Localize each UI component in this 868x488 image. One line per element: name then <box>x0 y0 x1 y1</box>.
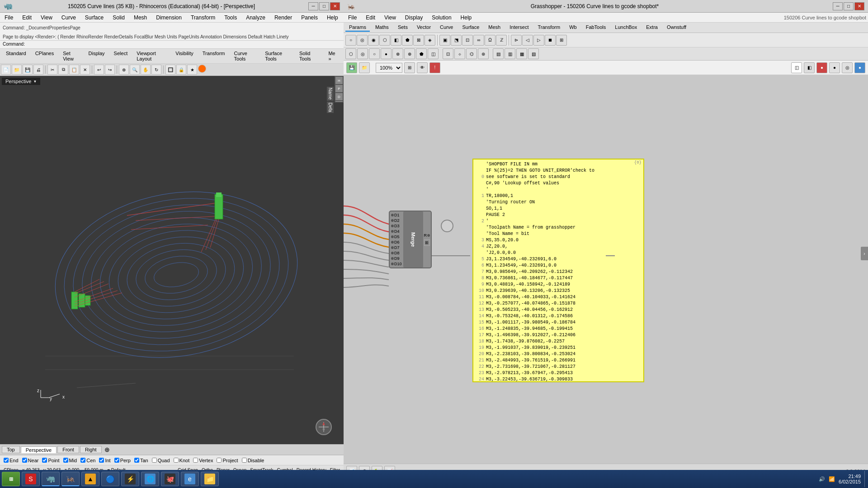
snap-mid[interactable]: Mid <box>63 458 77 463</box>
taskbar-clock[interactable]: 21:49 6/02/2015 <box>839 474 861 484</box>
rhino-close-btn[interactable]: ✕ <box>330 2 340 10</box>
gh-geo-btn-7[interactable]: ⊠ <box>413 35 424 46</box>
tab-standard[interactable]: Standard <box>2 49 30 63</box>
rhino-viewport[interactable]: Perspective ▼ H P D Name Defa <box>0 76 344 444</box>
tab-transform[interactable]: Transform <box>198 49 229 63</box>
vp-zoom-out[interactable]: P <box>335 85 343 92</box>
snap-perp[interactable]: Perp <box>114 458 131 463</box>
gh-zoom-fit-btn[interactable]: ⊞ <box>404 62 415 73</box>
snap-vertex[interactable]: Vertex <box>193 458 213 463</box>
vp-tab-front[interactable]: Front <box>57 446 79 453</box>
gh-text-panel[interactable]: {0} 'SHOPBOT FILE IN mmIF %(25)=2 THEN G… <box>472 159 644 382</box>
menu-mesh[interactable]: Mesh <box>131 14 150 22</box>
gh-btn-row2-6[interactable]: ⊕ <box>404 48 415 59</box>
lock-btn[interactable]: 🔒 <box>176 65 186 75</box>
gh-menu-solution[interactable]: Solution <box>429 14 454 22</box>
gh-extra-btn-5[interactable]: ⊞ <box>556 35 567 46</box>
gh-canvas[interactable]: D1 D2 D3 D4 <box>344 75 868 464</box>
gh-prim-btn-4[interactable]: ∞ <box>473 35 484 46</box>
gh-prim-btn-2[interactable]: ⬔ <box>451 35 462 46</box>
gh-tab-params[interactable]: Params <box>345 23 370 32</box>
gh-geo-btn-1[interactable]: ○ <box>345 35 356 46</box>
gh-canvas-right-btn-4[interactable]: ● <box>829 62 840 73</box>
taskbar-app-grasshopper[interactable]: 🦗 <box>61 472 80 486</box>
snap-perp-check[interactable] <box>114 458 119 463</box>
menu-analyze[interactable]: Analyze <box>243 14 268 22</box>
gh-prim-btn-1[interactable]: ▣ <box>439 35 450 46</box>
snap-knot-check[interactable] <box>174 458 179 463</box>
save-btn[interactable]: 💾 <box>23 65 33 75</box>
gh-geo-btn-4[interactable]: ⬡ <box>379 35 390 46</box>
gh-menu-file[interactable]: File <box>345 14 359 22</box>
gh-tab-wb[interactable]: Wb <box>566 23 580 32</box>
vp-zoom-in[interactable]: H <box>335 77 343 84</box>
menu-solid[interactable]: Solid <box>110 14 127 22</box>
rhino-minimize-btn[interactable]: ─ <box>308 2 318 10</box>
gh-tab-lunchbox[interactable]: LunchBox <box>611 23 641 32</box>
vp-display-mode[interactable]: D <box>335 93 343 100</box>
gh-btn-row2-8[interactable]: ◫ <box>428 48 439 59</box>
tab-visibility[interactable]: Visibility <box>171 49 198 63</box>
snap-point[interactable]: Point <box>42 458 59 463</box>
zoom-window-btn[interactable]: 🔍 <box>130 65 140 75</box>
snap-disable-check[interactable] <box>242 458 247 463</box>
tab-solid-tools[interactable]: Solid Tools <box>295 49 324 63</box>
taskbar-app-sw[interactable]: S <box>22 472 40 486</box>
rhino-maximize-btn[interactable]: □ <box>319 2 329 10</box>
gh-menu-view[interactable]: View <box>382 14 399 22</box>
taskbar-show-desktop[interactable] <box>864 471 866 487</box>
gh-minimize-btn[interactable]: ─ <box>833 2 843 10</box>
gh-btn-row2-12[interactable]: ⊛ <box>478 48 489 59</box>
menu-curve[interactable]: Curve <box>59 14 79 22</box>
command-prompt[interactable]: Command: <box>0 41 344 49</box>
snap-mid-check[interactable] <box>63 458 68 463</box>
gh-menu-edit[interactable]: Edit <box>363 14 378 22</box>
tab-viewport-layout[interactable]: Viewport Layout <box>132 49 170 63</box>
gh-canvas-right-btn-5[interactable]: ◎ <box>842 62 853 73</box>
gh-geo-btn-2[interactable]: ◎ <box>357 35 368 46</box>
vp-tab-top[interactable]: Top <box>2 446 20 453</box>
taskbar-app-ie[interactable]: e <box>181 472 199 486</box>
vp-tab-add[interactable]: ⊕ <box>103 446 112 453</box>
tab-more[interactable]: Me » <box>324 49 342 63</box>
rotate-btn[interactable]: ↻ <box>151 65 161 75</box>
gh-btn-row2-5[interactable]: ⊗ <box>392 48 403 59</box>
gh-close-btn[interactable]: ✕ <box>854 2 864 10</box>
taskbar-app-5[interactable]: ⚡ <box>121 472 139 486</box>
gh-maximize-btn[interactable]: □ <box>844 2 854 10</box>
snap-end-check[interactable] <box>4 458 9 463</box>
snap-int[interactable]: Int <box>99 458 110 463</box>
print-btn[interactable]: 🖨 <box>33 65 43 75</box>
menu-transform[interactable]: Transform <box>188 14 218 22</box>
tab-curve-tools[interactable]: Curve Tools <box>230 49 260 63</box>
snap-tan[interactable]: Tan <box>134 458 148 463</box>
open-btn[interactable]: 📁 <box>12 65 22 75</box>
gh-geo-btn-5[interactable]: ◧ <box>391 35 401 46</box>
gh-extra-btn-1[interactable]: ⊳ <box>511 35 522 46</box>
gh-tab-sets[interactable]: Sets <box>394 23 411 32</box>
gh-view-btn[interactable]: 👁 <box>417 62 428 73</box>
gh-tab-fabtools[interactable]: FabTools <box>582 23 610 32</box>
snap-project-check[interactable] <box>217 458 222 463</box>
gh-btn-row2-1[interactable]: ⬡ <box>345 48 356 59</box>
redo-btn[interactable]: ↪ <box>105 65 115 75</box>
gh-btn-row2-2[interactable]: ◎ <box>357 48 368 59</box>
snap-project[interactable]: Project <box>217 458 238 463</box>
tab-surface-tools[interactable]: Surface Tools <box>261 49 294 63</box>
gh-zoom-select[interactable]: 100% 75% 50% 150% <box>376 63 402 73</box>
taskbar-network-icon[interactable]: 📶 <box>829 476 835 482</box>
taskbar-app-rhino[interactable]: 🦏 <box>42 472 60 486</box>
taskbar-app-chrome[interactable]: 🔵 <box>101 472 119 486</box>
gh-tab-vector[interactable]: Vector <box>413 23 434 32</box>
gh-tab-transform[interactable]: Transform <box>534 23 564 32</box>
material-btn[interactable] <box>198 65 206 73</box>
viewport-dropdown-arrow[interactable]: ▼ <box>33 80 37 84</box>
tab-cplanes[interactable]: CPlanes <box>31 49 58 63</box>
snap-near[interactable]: Near <box>22 458 39 463</box>
tab-select[interactable]: Select <box>110 49 132 63</box>
gh-extra-btn-2[interactable]: ◁ <box>522 35 533 46</box>
gh-canvas-right-btn-3[interactable]: ● <box>816 62 827 73</box>
pan-btn[interactable]: ✋ <box>141 65 151 75</box>
taskbar-app-github[interactable]: 🐙 <box>161 472 179 486</box>
gh-btn-row2-9[interactable]: ⊡ <box>443 48 453 59</box>
